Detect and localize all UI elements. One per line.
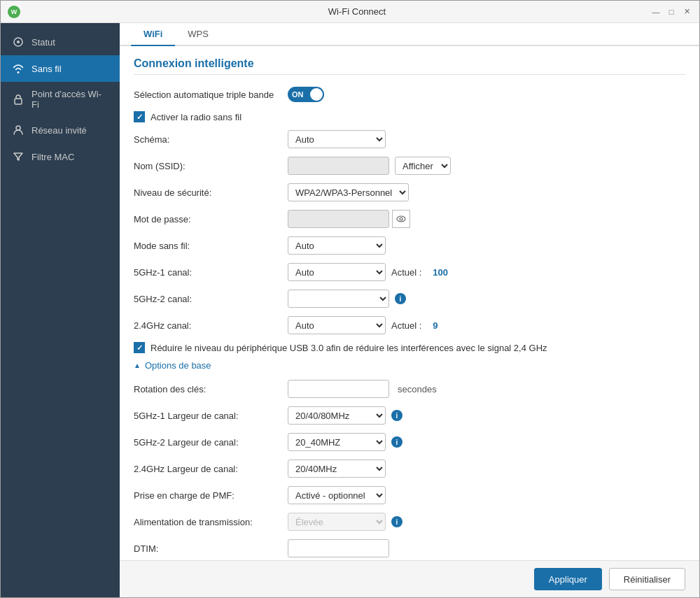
apply-button[interactable]: Appliquer [534, 568, 602, 590]
channel-24g-select[interactable]: Auto [288, 316, 386, 334]
channel-24g-actual-label: Actuel : [391, 320, 421, 331]
channel-24g-actual: 9 [433, 320, 438, 331]
usb-reduce-label: Réduire le niveau du périphérique USB 3.… [150, 343, 547, 353]
svg-point-4 [397, 216, 405, 222]
tab-bar: WiFi WPS [120, 23, 699, 46]
triple-band-label: Sélection automatique triple bande [134, 90, 288, 100]
home-icon [12, 36, 24, 48]
mode-label: Mode sans fil: [134, 241, 288, 251]
section-title: Connexion intelligente [134, 57, 685, 75]
channel-5g1-actual-label: Actuel : [391, 267, 421, 278]
channel-5g2-row: 5GHz-2 canal: i [134, 289, 685, 308]
ssid-label: Nom (SSID): [134, 161, 288, 171]
channel-5g1-row: 5GHz-1 canal: Auto Actuel : 100 [134, 262, 685, 282]
bw-5g1-select[interactable]: 20/40/80MHz [288, 406, 386, 425]
usb-reduce-row: Réduire le niveau du périphérique USB 3.… [134, 342, 685, 353]
bw-5g1-label: 5GHz-1 Largeur de canal: [134, 411, 288, 421]
bw-5g2-select[interactable]: 20_40MHZ [288, 433, 386, 451]
dtim-input[interactable]: 4 [288, 539, 389, 557]
svg-point-5 [400, 218, 402, 220]
security-row: Niveau de sécurité: WPA2/WPA3-Personnel [134, 183, 685, 202]
dtim-row: DTIM: 4 [134, 539, 685, 558]
channel-5g1-actual: 100 [433, 267, 448, 278]
svg-point-3 [16, 126, 20, 130]
bw-5g1-row: 5GHz-1 Largeur de canal: 20/40/80MHz i [134, 406, 685, 425]
sidebar-item-statut[interactable]: Statut [1, 29, 120, 55]
pmf-select[interactable]: Activé - optionnel [288, 486, 386, 504]
channel-5g2-info-icon[interactable]: i [395, 293, 406, 304]
sidebar-item-filtre-mac[interactable]: Filtre MAC [1, 143, 120, 170]
bw-24g-label: 2.4GHz Largeur de canal: [134, 464, 288, 474]
schema-select[interactable]: Auto [288, 130, 386, 148]
sidebar: Statut Sans fil Point d'accès Wi-Fi Rése… [1, 23, 120, 597]
channel-5g1-select[interactable]: Auto [288, 263, 386, 281]
channel-5g1-label: 5GHz-1 canal: [134, 267, 288, 278]
pmf-label: Prise en charge de PMF: [134, 490, 288, 501]
triple-band-row: Sélection automatique triple bande ON [134, 85, 685, 104]
bw-5g2-row: 5GHz-2 Largeur de canal: 20_40MHZ i [134, 432, 685, 452]
filter-icon [12, 150, 24, 163]
maximize-button[interactable]: □ [666, 6, 677, 17]
rotation-input[interactable]: 3600 [288, 380, 389, 398]
tab-wps[interactable]: WPS [175, 23, 221, 46]
ssid-row: Nom (SSID): Afficher [134, 156, 685, 176]
security-label: Niveau de sécurité: [134, 187, 288, 198]
sidebar-item-sans-fil[interactable]: Sans fil [1, 55, 120, 82]
tx-power-info-icon[interactable]: i [391, 516, 402, 527]
tab-wifi[interactable]: WiFi [131, 23, 175, 46]
bw-24g-select[interactable]: 20/40MHz [288, 460, 386, 478]
security-select[interactable]: WPA2/WPA3-Personnel [288, 183, 409, 201]
radio-label: Activer la radio sans fil [150, 112, 241, 122]
minimize-button[interactable]: — [650, 6, 662, 17]
window-title: Wi-Fi Connect [64, 6, 650, 17]
eye-icon[interactable] [392, 210, 410, 228]
bw-5g1-info-icon[interactable]: i [391, 410, 402, 421]
afficher-select[interactable]: Afficher [395, 157, 451, 175]
rotation-label: Rotation des clés: [134, 384, 288, 394]
footer: Appliquer Réinitialiser [120, 560, 699, 597]
sidebar-item-reseau-invite[interactable]: Réseau invité [1, 117, 120, 143]
bw-5g2-info-icon[interactable]: i [391, 436, 402, 448]
toggle-knob [310, 88, 323, 101]
rotation-units: secondes [398, 384, 437, 394]
tx-power-label: Alimentation de transmission: [134, 517, 288, 527]
sidebar-item-point-acces[interactable]: Point d'accès Wi-Fi [1, 82, 120, 117]
radio-checkbox[interactable] [134, 111, 145, 122]
svg-point-1 [17, 41, 20, 43]
password-row: Mot de passe: [134, 209, 685, 229]
bw-24g-row: 2.4GHz Largeur de canal: 20/40MHz [134, 459, 685, 478]
password-label: Mot de passe: [134, 214, 288, 225]
user-icon [12, 124, 24, 136]
radio-row: Activer la radio sans fil [134, 111, 685, 122]
dtim-label: DTIM: [134, 543, 288, 554]
triple-band-toggle[interactable]: ON [288, 87, 324, 102]
schema-row: Schéma: Auto [134, 129, 685, 149]
mode-row: Mode sans fil: Auto [134, 236, 685, 255]
wifi-icon [12, 62, 24, 75]
channel-5g2-select[interactable] [288, 290, 389, 308]
lock-icon [12, 93, 24, 106]
rotation-row: Rotation des clés: 3600 secondes [134, 379, 685, 399]
main-content: Connexion intelligente Sélection automat… [120, 46, 699, 560]
channel-5g2-label: 5GHz-2 canal: [134, 294, 288, 304]
channel-24g-row: 2.4GHz canal: Auto Actuel : 9 [134, 315, 685, 335]
schema-label: Schéma: [134, 134, 288, 145]
pmf-row: Prise en charge de PMF: Activé - optionn… [134, 485, 685, 505]
close-button[interactable]: ✕ [681, 6, 692, 17]
bw-5g2-label: 5GHz-2 Largeur de canal: [134, 437, 288, 448]
channel-24g-label: 2.4GHz canal: [134, 320, 288, 331]
mode-select[interactable]: Auto [288, 236, 386, 255]
tx-power-row: Alimentation de transmission: Élevée i [134, 512, 685, 532]
chevron-up-icon: ▲ [134, 362, 141, 369]
basic-options-collapse[interactable]: ▲ Options de base [134, 360, 685, 371]
svg-rect-2 [15, 99, 22, 104]
toggle-on-label: ON [288, 90, 304, 99]
tx-power-select[interactable]: Élevée [288, 513, 386, 531]
usb-reduce-checkbox[interactable] [134, 342, 145, 353]
reset-button[interactable]: Réinitialiser [609, 568, 685, 590]
